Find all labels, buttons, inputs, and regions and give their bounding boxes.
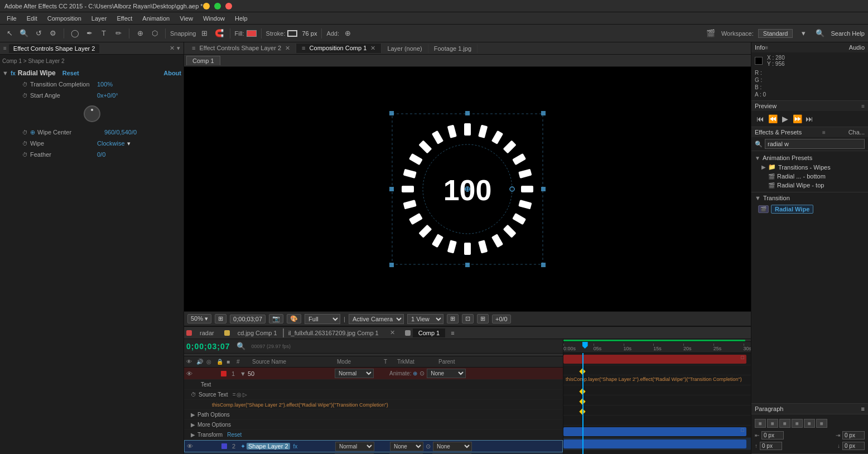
prev-frame-btn[interactable]: ⏪: [767, 113, 778, 124]
fill-color[interactable]: [247, 30, 257, 37]
reset-transform[interactable]: Reset: [227, 432, 242, 438]
transition-item-name[interactable]: Radial Wipe: [771, 205, 813, 214]
tl-tab-close-il[interactable]: ✕: [384, 328, 401, 337]
menu-view[interactable]: View: [175, 14, 197, 23]
effects-header[interactable]: Effects & Presets ≡ Cha...: [751, 127, 868, 137]
stopwatch-icon-5[interactable]: ⏱: [22, 152, 30, 158]
expand-tw[interactable]: ▶: [761, 164, 766, 170]
ec-menu[interactable]: ≡: [3, 45, 7, 51]
tree-transitions-wipes[interactable]: ▶ 📁 Transitions - Wipes: [755, 162, 865, 172]
ec-tab-close[interactable]: ✕: [285, 45, 290, 51]
next-frame-btn[interactable]: ⏩: [792, 113, 803, 124]
layer-row-2[interactable]: 👁 2 ✦ Shape Layer 2 fx: [184, 440, 563, 452]
workspace-dropdown[interactable]: ▾: [797, 27, 809, 40]
effect-about[interactable]: About: [163, 70, 181, 76]
effects-search-input[interactable]: [765, 139, 865, 149]
guide-btn[interactable]: ⊡: [462, 314, 474, 323]
snapping-btn[interactable]: ⊞: [199, 27, 211, 40]
stopwatch-icon-1[interactable]: ⏱: [22, 81, 30, 88]
param-val-1[interactable]: 100%: [97, 81, 113, 88]
anchor-tool[interactable]: ⊕: [134, 27, 146, 40]
pen-tool[interactable]: ✒: [83, 27, 95, 40]
settings-tool[interactable]: ⚙: [47, 27, 59, 40]
param-val-4[interactable]: Clockwise: [97, 140, 125, 147]
expand-transform[interactable]: ▶: [191, 432, 195, 438]
rotate-tool[interactable]: ↺: [32, 27, 45, 40]
maximize-button[interactable]: [214, 3, 221, 9]
menu-edit[interactable]: Edit: [22, 14, 42, 23]
align-right[interactable]: ≡: [779, 419, 790, 428]
timecode-btn[interactable]: 0;00;03;07: [230, 315, 266, 323]
param-val-2[interactable]: 0x+0/0°: [97, 92, 118, 99]
layer-2-trkmat[interactable]: None: [390, 442, 423, 451]
color-btn[interactable]: 🎨: [287, 314, 301, 323]
indent-right[interactable]: [842, 431, 865, 439]
tl-tab-radar[interactable]: radar: [194, 329, 220, 337]
workspace-value[interactable]: Standard: [758, 29, 793, 38]
tl-tab-cd[interactable]: cd.jpg Comp 1: [232, 329, 283, 337]
angle-dial[interactable]: [84, 105, 100, 122]
grid-btn[interactable]: ⊞: [447, 314, 459, 323]
camera-icon[interactable]: 📷: [269, 314, 283, 323]
ec-panel-menu[interactable]: ▾: [177, 45, 180, 52]
effects-menu[interactable]: ≡: [822, 129, 826, 136]
zoom-dropdown[interactable]: 50% ▾: [187, 314, 211, 323]
transition-expand[interactable]: ▼: [755, 195, 761, 201]
layer-row-1[interactable]: 👁 1 ▼ 50 Normal: [184, 368, 563, 380]
select-tool[interactable]: ↖: [3, 27, 16, 40]
tree-preset-1[interactable]: 🎬 Radial ... - bottom: [755, 172, 865, 181]
mask-tool[interactable]: ⬡: [148, 27, 161, 40]
animate-btn-1[interactable]: ⊕: [413, 370, 417, 376]
brush-tool[interactable]: ✏: [112, 27, 124, 40]
panel-tab-ec[interactable]: ≡ Effect Controls Shape Layer 2 ✕: [186, 44, 296, 53]
tl-tab-comp1[interactable]: Comp 1: [413, 329, 446, 337]
search-btn[interactable]: 🔍: [814, 27, 826, 40]
info-menu[interactable]: ≡: [765, 45, 768, 51]
menu-help[interactable]: Help: [230, 14, 252, 23]
tl-tab-comp1-menu[interactable]: ≡: [445, 329, 460, 337]
transition-item[interactable]: 🎬 Radial Wipe: [755, 204, 865, 215]
stopwatch-icon-3[interactable]: ⏱: [22, 129, 30, 136]
close-button[interactable]: [225, 3, 232, 9]
align-justify[interactable]: ≡: [792, 419, 803, 428]
align-justify-all[interactable]: ≡: [804, 419, 815, 428]
effect-reset[interactable]: Reset: [62, 70, 79, 76]
resolution-select[interactable]: Full Half Quarter: [305, 314, 340, 324]
first-frame-btn[interactable]: ⏮: [755, 113, 766, 124]
audio-title[interactable]: Audio: [849, 44, 865, 51]
panel-tab-comp[interactable]: ≡ Composition Comp 1 ✕: [296, 44, 382, 53]
space-before[interactable]: [760, 442, 782, 450]
crosshair-icon[interactable]: ⊕: [30, 129, 35, 136]
layer-1-parent[interactable]: None: [427, 369, 466, 378]
stopwatch-sub-1[interactable]: ⏱: [191, 392, 196, 398]
layer-2-vis[interactable]: 👁: [186, 443, 194, 450]
preview-header[interactable]: Preview ≡: [751, 101, 868, 111]
play-btn[interactable]: ▶: [779, 113, 790, 124]
stroke-color[interactable]: [287, 30, 297, 37]
ec-close[interactable]: ✕: [170, 45, 175, 52]
shape-tool[interactable]: ◯: [69, 27, 81, 40]
text-tool[interactable]: T: [98, 27, 110, 40]
safe-btn[interactable]: ⊞: [477, 314, 489, 323]
expand-more[interactable]: ▶: [191, 422, 195, 428]
menu-file[interactable]: File: [2, 14, 21, 23]
ec-tab[interactable]: Effect Controls Shape Layer 2: [9, 44, 100, 53]
align-last-right[interactable]: ≡: [816, 419, 827, 428]
camera-select[interactable]: Active Camera: [349, 314, 404, 324]
render-btn[interactable]: 🎬: [705, 27, 717, 40]
panel-tab-layer[interactable]: Layer (none): [382, 44, 428, 53]
menu-effect[interactable]: Effect: [112, 14, 137, 23]
layer-1-vis[interactable]: 👁: [185, 370, 193, 377]
menu-composition[interactable]: Composition: [43, 14, 86, 23]
align-center[interactable]: ≡: [767, 419, 778, 428]
wipe-dropdown-arrow[interactable]: ▾: [127, 140, 131, 147]
plus-minus-btn[interactable]: +0/0: [492, 315, 511, 323]
layer-1-mode[interactable]: Normal: [335, 369, 374, 378]
expand-ap[interactable]: ▼: [755, 155, 760, 161]
viewport[interactable]: 100: [184, 67, 751, 311]
tree-preset-2[interactable]: 🎬 Radial Wipe - top: [755, 181, 865, 190]
view-select[interactable]: 1 View 2 Views 4 Views: [407, 314, 443, 324]
preview-menu[interactable]: ≡: [861, 103, 865, 109]
space-after[interactable]: [842, 442, 865, 450]
add-btn[interactable]: ⊕: [341, 27, 354, 40]
